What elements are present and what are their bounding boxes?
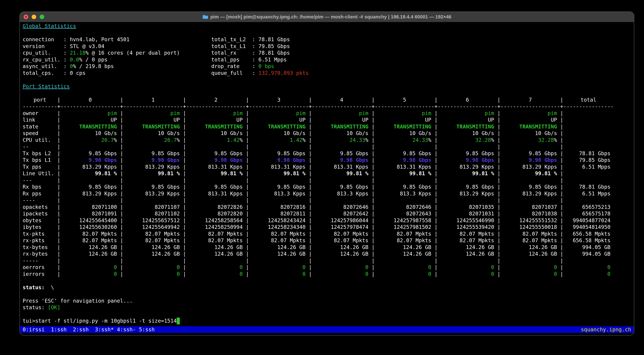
table-row: Line Util.|99.81 %|99.81 %|99.81 %|99.81…	[23, 170, 634, 177]
table-cell: 6.51 Mpps	[563, 190, 614, 197]
table-cell: 82071107	[123, 204, 183, 210]
table-cell: 124.26 GB	[312, 250, 372, 258]
global-statistics-link[interactable]: Global Statistics	[23, 23, 76, 29]
column-separator: |	[372, 130, 375, 137]
table-cell: pim	[375, 110, 434, 117]
column-separator: |	[308, 237, 312, 244]
table-header-row: port|0|1|2|3|4|5|6|7|total	[23, 96, 634, 103]
column-separator: |	[183, 124, 186, 130]
column-separator: |	[183, 96, 186, 103]
table-cell: UP	[500, 116, 560, 124]
table-cell: 1.42%	[186, 137, 246, 144]
port-statistics-link[interactable]: Port Statistics	[23, 83, 70, 90]
table-cell: 82.07 Mpkts	[375, 230, 434, 237]
row-label: opackets	[23, 204, 57, 210]
cell-unit: %	[491, 137, 494, 143]
status-spinner-line: status: \	[23, 284, 634, 291]
global-stats-row: rx_cpu_util.: 0.0% / 0 ppstotal_pps: 6.5…	[23, 56, 634, 63]
stat-value: 0.0	[70, 56, 79, 63]
table-cell: 813.29 Kpps	[123, 164, 183, 170]
table-cell: 124.26 GB	[500, 244, 560, 251]
table-separator-row: --|||||||||	[23, 144, 634, 150]
column-separator: |	[372, 230, 375, 237]
column-separator: |	[183, 110, 186, 117]
table-cell: 813.29 Kpps	[438, 190, 497, 197]
column-separator: |	[434, 116, 438, 124]
column-separator: |	[120, 184, 123, 190]
table-cell: 9.98 Gbps	[375, 157, 434, 164]
table-cell: 656.58 Mpkts	[563, 237, 614, 244]
table-row: ierrors|0|0|0|0|0|0|0|0|0	[23, 271, 634, 278]
table-cell: 994.05 GB	[563, 250, 614, 258]
divider-dashes: -------------------	[312, 103, 372, 110]
table-cell: 82071091	[60, 210, 120, 217]
table-cell: UP	[60, 116, 120, 124]
column-separator: |	[57, 224, 60, 230]
table-cell: pim	[438, 110, 497, 117]
table-cell: 0	[186, 271, 246, 278]
column-separator: |	[246, 237, 249, 244]
column-separator: |	[57, 250, 60, 258]
table-cell: 10 Gb/s	[375, 130, 434, 137]
table-cell: pim	[312, 110, 372, 117]
table-separator-row: -----|||||||||	[23, 258, 634, 264]
column-separator: |	[372, 157, 375, 164]
command-line[interactable]: tui>start -f stl/ipng.py -m 10gbpsl1 -t …	[23, 318, 634, 324]
row-label: state	[23, 124, 57, 130]
table-cell: 82.07 Mpkts	[249, 237, 308, 244]
column-separator: |	[434, 224, 438, 230]
table-cell: 813.3 Kpps	[249, 190, 308, 197]
column-separator: |	[57, 96, 60, 103]
column-separator: |	[308, 150, 312, 157]
table-cell: 82072826	[186, 204, 246, 210]
table-cell: 10 Gb/s	[312, 130, 372, 137]
column-separator: |	[246, 150, 249, 157]
column-separator: |	[434, 177, 438, 184]
table-cell: 813.31 Kpps	[375, 164, 434, 170]
row-label: ierrors	[23, 271, 57, 278]
divider-dashes: -------------------	[375, 103, 434, 110]
divider-dashes: -------------------	[500, 103, 560, 110]
column-separator: |	[183, 157, 186, 164]
column-separator: |	[497, 258, 500, 264]
column-separator: |	[372, 204, 375, 210]
table-cell: 32.28%	[438, 137, 497, 144]
row-label: Rx pps	[23, 190, 57, 197]
column-separator: |	[372, 164, 375, 170]
column-separator: |	[57, 170, 60, 177]
table-cell: 813.31 Kpps	[312, 164, 372, 170]
window-title: pim — [mosh] pim@squanchy.ipng.ch: /home…	[202, 14, 452, 20]
column-separator: |	[308, 184, 312, 190]
table-row: oerrors|0|0|0|0|0|0|0|0|0	[23, 264, 634, 271]
table-cell: 124257981502	[375, 224, 434, 230]
column-separator: |	[120, 250, 123, 258]
table-cell: 1.42%	[249, 137, 308, 144]
stat-colon: :	[252, 56, 258, 63]
maximize-button[interactable]	[40, 14, 44, 19]
folder-icon	[202, 14, 208, 19]
column-separator: |	[246, 170, 249, 177]
column-separator: |	[372, 137, 375, 144]
column-separator: |	[246, 224, 249, 230]
column-separator: |	[497, 130, 500, 137]
cell-unit: %	[114, 137, 117, 143]
column-separator: |	[372, 224, 375, 230]
table-cell: 124255649942	[123, 224, 183, 230]
column-separator: |	[120, 264, 123, 271]
close-button[interactable]	[24, 14, 28, 19]
column-separator: |	[497, 144, 500, 150]
table-cell: 813.29 Kpps	[60, 164, 120, 170]
column-separator: |	[497, 244, 500, 251]
row-label: Tx pps	[23, 164, 57, 170]
column-separator: |	[120, 96, 123, 103]
stat-value: % / 0 pps	[79, 56, 108, 63]
column-header: 4	[312, 96, 372, 103]
column-separator: |	[183, 177, 186, 184]
cell-unit: %	[177, 137, 180, 143]
row-label: Tx bps L2	[23, 150, 57, 157]
global-stats-row: connection: hvn4.lab, Port 4501total_tx_…	[23, 36, 634, 43]
stat-colon: :	[252, 70, 258, 76]
stat-value: 6.51 Mpps	[258, 56, 287, 63]
minimize-button[interactable]	[32, 14, 36, 19]
table-cell: 82071038	[500, 210, 560, 217]
